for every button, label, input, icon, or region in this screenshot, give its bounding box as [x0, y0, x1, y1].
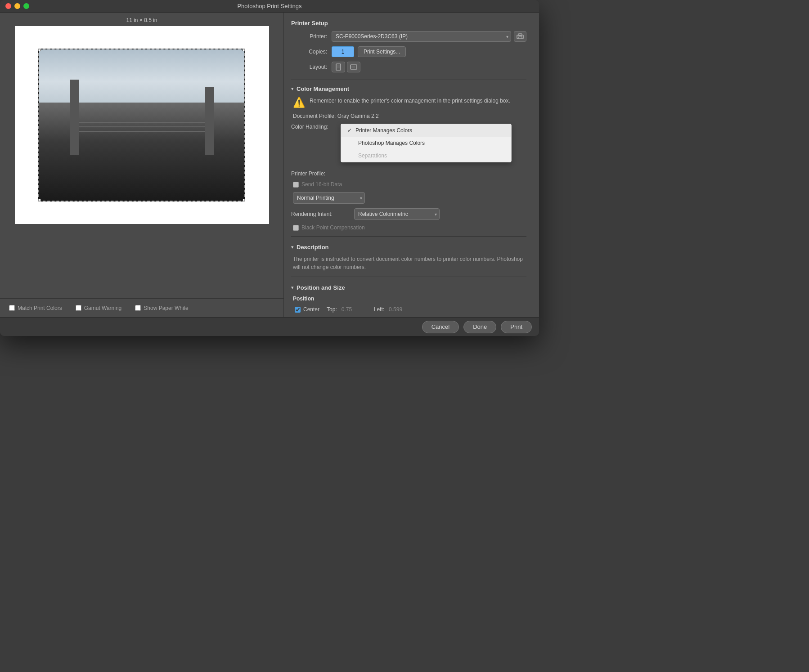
printer-setup-header: Printer Setup	[291, 20, 526, 27]
color-handling-row: Color Handling: ✓ Printer Manages Colors…	[291, 124, 526, 130]
paper-area	[15, 26, 269, 224]
gamut-warning-checkbox[interactable]	[76, 305, 81, 311]
gamut-warning-item: Gamut Warning	[76, 305, 122, 311]
warning-text: Remember to enable the printer's color m…	[310, 97, 510, 105]
layout-row: Layout:	[291, 62, 526, 72]
printer-label: Printer:	[291, 33, 327, 40]
position-size-title: Position and Size	[297, 284, 345, 291]
warning-box: ⚠️ Remember to enable the printer's colo…	[291, 97, 526, 108]
position-row: Center Top: Left:	[291, 305, 526, 314]
dropdown-item-printer-manages[interactable]: ✓ Printer Manages Colors	[341, 124, 511, 137]
bpc-checkbox[interactable]	[293, 225, 299, 231]
show-paper-white-checkbox[interactable]	[135, 305, 141, 311]
cancel-button[interactable]: Cancel	[422, 321, 459, 333]
normal-printing-select[interactable]: Normal Printing	[293, 192, 365, 204]
center-check: Center	[295, 306, 319, 313]
match-print-colors-checkbox[interactable]	[9, 305, 15, 311]
description-header: ▾ Description	[291, 244, 526, 251]
color-management-header: ▾ Color Management	[291, 85, 526, 92]
action-bar: Cancel Done Print	[0, 317, 539, 336]
top-left-row: Top: Left:	[327, 305, 414, 314]
svg-rect-5	[337, 65, 340, 68]
titlebar: Photoshop Print Settings	[0, 0, 539, 13]
right-content: Printer Setup Printer: SC-P9000Series-2D…	[291, 20, 532, 314]
color-management-section: ▾ Color Management ⚠️ Remember to enable…	[291, 85, 526, 231]
layout-label: Layout:	[291, 64, 327, 70]
resize-handle-topright[interactable]	[243, 49, 245, 51]
print-button[interactable]: Print	[501, 321, 532, 333]
printer-icon-button[interactable]	[514, 31, 526, 42]
warning-icon: ⚠️	[293, 97, 305, 108]
doc-profile-text: Document Profile: Gray Gamma 2.2	[293, 113, 379, 119]
center-label: Center	[303, 306, 319, 313]
top-input[interactable]	[340, 305, 367, 314]
dropdown-item-label-2: Separations	[358, 152, 387, 159]
svg-rect-2	[518, 37, 522, 39]
rendering-intent-select[interactable]: Relative Colorimetric	[354, 208, 440, 220]
divider-2	[291, 236, 526, 237]
dropdown-item-photoshop-manages[interactable]: Photoshop Manages Colors	[341, 137, 511, 149]
color-management-title: Color Management	[297, 85, 349, 92]
printer-select[interactable]: SC-P9000Series-2D3C63 (IP)	[332, 31, 511, 42]
match-print-colors-item: Match Print Colors	[9, 305, 62, 311]
resize-handle-bottomleft[interactable]	[38, 199, 41, 202]
layout-buttons	[332, 62, 360, 72]
paper-size-label: 11 in × 8.5 in	[126, 17, 157, 23]
description-text: The printer is instructed to convert doc…	[291, 255, 526, 271]
maximize-button[interactable]	[23, 3, 29, 9]
show-paper-white-label: Show Paper White	[144, 305, 188, 311]
rail-1	[70, 122, 213, 123]
close-button[interactable]	[5, 3, 11, 9]
main-layout: 11 in × 8.5 in Mat	[0, 13, 539, 317]
pos-size-chevron: ▾	[291, 285, 294, 291]
printer-setup-section: Printer Setup Printer: SC-P9000Series-2D…	[291, 20, 526, 72]
copies-label: Copies:	[291, 49, 327, 55]
top-field: Top:	[327, 305, 367, 314]
print-settings-button[interactable]: Print Settings...	[358, 46, 406, 57]
checkmark-icon: ✓	[347, 127, 352, 134]
copies-input[interactable]	[332, 46, 354, 57]
done-button[interactable]: Done	[463, 321, 496, 333]
send-16bit-row: Send 16-bit Data	[291, 181, 526, 188]
left-label: Left:	[374, 306, 384, 313]
divider-3	[291, 277, 526, 277]
left-input[interactable]	[387, 305, 414, 314]
description-chevron: ▾	[291, 244, 294, 250]
printer-setup-title: Printer Setup	[291, 20, 328, 27]
titlebar-buttons	[5, 3, 29, 9]
bottom-checkboxes: Match Print Colors Gamut Warning Show Pa…	[0, 298, 283, 317]
layout-landscape-button[interactable]	[347, 62, 360, 72]
rendering-intent-select-container: Relative Colorimetric	[354, 208, 440, 220]
center-checkbox[interactable]	[295, 307, 301, 313]
position-sublabel: Position	[291, 296, 526, 302]
gate-rails	[70, 122, 213, 152]
window-title: Photoshop Print Settings	[237, 3, 301, 9]
resize-handle-topleft[interactable]	[38, 49, 41, 51]
svg-point-3	[521, 36, 522, 37]
position-size-section: ▾ Position and Size Position Center Top:	[291, 284, 526, 314]
rendering-intent-label: Rendering Intent:	[291, 211, 354, 217]
position-size-header: ▾ Position and Size	[291, 284, 526, 291]
show-paper-white-item: Show Paper White	[135, 305, 188, 311]
printer-row: Printer: SC-P9000Series-2D3C63 (IP)	[291, 31, 526, 42]
layout-portrait-button[interactable]	[332, 62, 345, 72]
doc-profile-row: Document Profile: Gray Gamma 2.2	[291, 113, 526, 119]
minimize-button[interactable]	[14, 3, 20, 9]
divider-1	[291, 80, 526, 80]
dropdown-item-label-1: Photoshop Manages Colors	[358, 140, 425, 146]
color-handling-dropdown[interactable]: ✓ Printer Manages Colors Photoshop Manag…	[341, 124, 512, 162]
resize-handle-bottomright[interactable]	[243, 199, 245, 202]
top-label: Top:	[327, 306, 337, 313]
post-right	[205, 87, 214, 155]
copies-row: Copies: Print Settings...	[291, 46, 526, 57]
bpc-label: Black Point Compensation	[301, 224, 365, 231]
match-print-colors-label: Match Print Colors	[18, 305, 62, 311]
dropdown-item-label-0: Printer Manages Colors	[355, 127, 412, 134]
image-preview[interactable]	[38, 49, 245, 202]
printer-select-wrapper: SC-P9000Series-2D3C63 (IP)	[332, 31, 526, 42]
bpc-row: Black Point Compensation	[291, 224, 526, 231]
color-management-chevron: ▾	[291, 86, 294, 92]
send-16bit-checkbox[interactable]	[293, 182, 299, 188]
printer-profile-label: Printer Profile:	[291, 170, 345, 177]
rail-2	[70, 126, 213, 127]
